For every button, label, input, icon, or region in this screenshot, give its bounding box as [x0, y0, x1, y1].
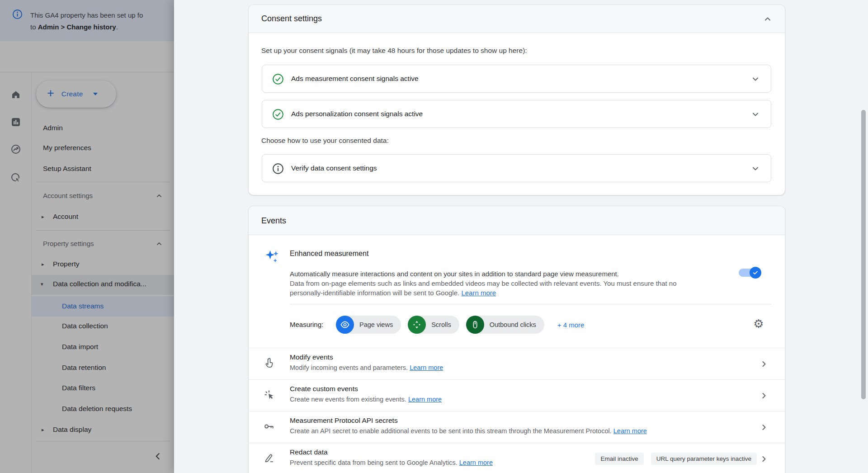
chevron-right-icon[interactable]: [759, 422, 769, 433]
measuring-chips: Page views Scrolls Outbound clicks + 4 m…: [336, 316, 584, 334]
expander-label: Ads measurement consent signals active: [291, 75, 419, 83]
hand-pointer-icon: [263, 357, 275, 369]
stream-details-panel: Consent settings Set up your consent sig…: [174, 0, 868, 473]
learn-more-link[interactable]: Learn more: [459, 459, 493, 466]
ads-measurement-expander[interactable]: Ads measurement consent signals active: [262, 65, 771, 93]
cursor-spark-icon: [263, 389, 275, 401]
consent-settings-title: Consent settings: [261, 14, 322, 24]
screen: This GA4 property has been set up fo to …: [0, 0, 868, 473]
expander-label: Verify data consent settings: [291, 164, 377, 172]
row-measurement-protocol-api-secrets[interactable]: Measurement Protocol API secrets Create …: [249, 411, 785, 443]
chevron-right-icon[interactable]: [759, 359, 769, 369]
chip-page-views[interactable]: Page views: [336, 316, 401, 334]
status-badge-url-query: URL query parameter keys inactive: [651, 453, 757, 465]
verify-consent-expander[interactable]: Verify data consent settings: [262, 154, 771, 182]
consent-intro-text: Set up your consent signals (it may take…: [261, 47, 527, 55]
enhanced-measurement-description: Automatically measure interactions and c…: [290, 269, 677, 298]
learn-more-link[interactable]: Learn more: [461, 289, 496, 297]
row-redact-data[interactable]: Redact data Prevent specific data from b…: [249, 443, 785, 473]
row-description: Create an API secret to enable additiona…: [290, 427, 647, 435]
key-icon: [263, 421, 275, 432]
status-badge-email: Email inactive: [595, 453, 643, 465]
divider: [290, 304, 771, 304]
chevron-right-icon[interactable]: [759, 454, 769, 464]
row-title: Measurement Protocol API secrets: [290, 416, 398, 425]
events-title: Events: [261, 216, 286, 226]
enhanced-measurement-toggle[interactable]: [739, 269, 760, 277]
learn-more-link[interactable]: Learn more: [613, 427, 647, 435]
enhanced-measurement-title: Enhanced measurement: [290, 250, 368, 258]
more-chips-link[interactable]: + 4 more: [557, 321, 585, 329]
eye-icon: [336, 316, 354, 334]
consent-settings-header[interactable]: Consent settings: [249, 5, 785, 33]
row-description: Modify incoming events and parameters. L…: [290, 364, 443, 371]
gear-icon[interactable]: ⚙: [752, 317, 765, 330]
chevron-right-icon[interactable]: [759, 390, 769, 401]
redact-pen-icon: [263, 452, 275, 464]
consent-settings-card: Consent settings Set up your consent sig…: [248, 5, 785, 195]
chip-outbound-clicks[interactable]: Outbound clicks: [466, 316, 544, 334]
expander-label: Ads personalization consent signals acti…: [291, 110, 423, 118]
events-card: Events Enhanced measurement Automaticall…: [248, 206, 785, 473]
chip-label: Page views: [359, 321, 393, 328]
chip-label: Outbound clicks: [490, 321, 536, 328]
chip-scrolls[interactable]: Scrolls: [408, 316, 459, 334]
measuring-label: Measuring:: [290, 321, 323, 328]
choose-consented-data-label: Choose how to use your consented data:: [261, 137, 389, 145]
events-header: Events: [249, 206, 785, 235]
mouse-icon: [466, 316, 484, 334]
row-title: Redact data: [290, 448, 328, 456]
sparkle-icon: [264, 249, 280, 265]
check-circle-icon: [272, 73, 284, 85]
scroll-arrows-icon: [408, 316, 426, 334]
row-description: Prevent specific data from being sent to…: [290, 459, 493, 466]
row-create-custom-events[interactable]: Create custom events Create new events f…: [249, 379, 785, 411]
chevron-up-icon[interactable]: [762, 14, 773, 24]
row-title: Create custom events: [290, 385, 358, 393]
chevron-down-icon[interactable]: [750, 74, 761, 85]
scrollbar-thumb[interactable]: [861, 110, 866, 399]
chevron-down-icon[interactable]: [750, 163, 761, 174]
modal-scrim[interactable]: [0, 0, 174, 473]
check-circle-icon: [272, 109, 284, 120]
chevron-down-icon[interactable]: [750, 109, 761, 120]
learn-more-link[interactable]: Learn more: [408, 396, 442, 403]
info-circle-icon: [272, 163, 284, 175]
row-modify-events[interactable]: Modify events Modify incoming events and…: [249, 348, 785, 379]
ads-personalization-expander[interactable]: Ads personalization consent signals acti…: [262, 100, 771, 128]
row-description: Create new events from existing events. …: [290, 396, 442, 403]
row-title: Modify events: [290, 353, 333, 361]
chip-label: Scrolls: [431, 321, 451, 328]
learn-more-link[interactable]: Learn more: [410, 364, 443, 371]
status-badges: Email inactive URL query parameter keys …: [595, 453, 757, 465]
toggle-thumb: [750, 267, 761, 279]
